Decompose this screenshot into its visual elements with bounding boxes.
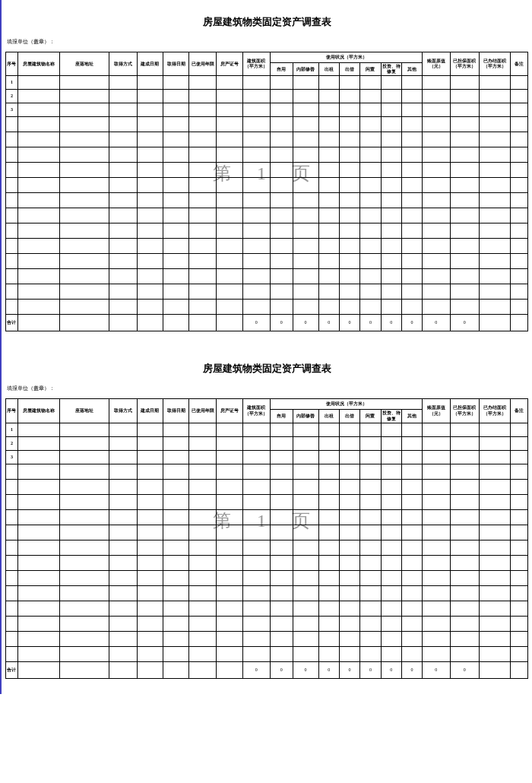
- data-cell: [360, 479, 381, 494]
- data-cell: [242, 90, 270, 103]
- data-cell: [109, 76, 137, 90]
- data-cell: [480, 147, 511, 163]
- data-cell: [137, 423, 163, 436]
- data-cell: [293, 254, 318, 269]
- data-cell: [59, 450, 109, 464]
- table-row: [6, 616, 528, 631]
- data-cell: [450, 76, 480, 90]
- data-cell: [318, 223, 339, 239]
- data-cell: [339, 450, 359, 464]
- data-cell: [381, 208, 401, 223]
- data-cell: [293, 147, 318, 163]
- data-cell: [242, 436, 270, 450]
- data-cell: [270, 223, 293, 239]
- data-cell: [6, 631, 18, 646]
- data-cell: [189, 494, 217, 509]
- data-cell: [217, 178, 242, 193]
- data-cell: [242, 646, 270, 661]
- data-cell: [480, 269, 511, 284]
- data-cell: [423, 450, 450, 464]
- data-cell: [360, 436, 381, 450]
- data-cell: [511, 284, 528, 300]
- data-cell: [339, 76, 359, 90]
- data-cell: [59, 254, 109, 269]
- data-cell: [109, 525, 137, 540]
- data-cell: [242, 494, 270, 509]
- data-cell: [217, 555, 242, 570]
- data-cell: [242, 423, 270, 436]
- data-cell: [450, 147, 480, 163]
- data-cell: [381, 254, 401, 269]
- data-cell: [293, 555, 318, 570]
- data-cell: [59, 555, 109, 570]
- data-cell: [270, 585, 293, 601]
- data-cell: [511, 646, 528, 661]
- data-cell: [480, 540, 511, 555]
- data-cell: [109, 631, 137, 646]
- data-cell: [189, 661, 217, 678]
- data-cell: [511, 117, 528, 132]
- table-body: 123合计0000000000: [6, 423, 528, 678]
- data-cell: [59, 464, 109, 479]
- data-cell: [381, 601, 401, 616]
- data-cell: [381, 300, 401, 315]
- data-cell: [6, 147, 18, 163]
- data-cell: [318, 525, 339, 540]
- data-cell: [17, 147, 59, 163]
- data-cell: [293, 450, 318, 464]
- data-cell: [109, 163, 137, 178]
- th-actual: 已办结面积（平方米）: [480, 52, 511, 76]
- data-cell: [423, 494, 450, 509]
- total-cell: 0: [242, 315, 270, 331]
- data-cell: [381, 163, 401, 178]
- data-cell: [17, 315, 59, 331]
- data-cell: [109, 494, 137, 509]
- data-cell: [360, 193, 381, 208]
- data-cell: [17, 525, 59, 540]
- data-cell: [6, 193, 18, 208]
- data-cell: [450, 423, 480, 436]
- table-row: [6, 570, 528, 585]
- data-cell: [450, 300, 480, 315]
- data-cell: [293, 76, 318, 90]
- table-row: [6, 193, 528, 208]
- table-row: [6, 479, 528, 494]
- data-cell: [270, 239, 293, 254]
- data-cell: [242, 585, 270, 601]
- data-cell: [270, 163, 293, 178]
- data-cell: [360, 284, 381, 300]
- data-cell: [109, 208, 137, 223]
- data-cell: [17, 450, 59, 464]
- data-cell: [17, 300, 59, 315]
- data-cell: [423, 464, 450, 479]
- data-cell: [423, 147, 450, 163]
- data-cell: [163, 494, 188, 509]
- data-cell: [381, 223, 401, 239]
- data-cell: [318, 464, 339, 479]
- data-cell: [189, 147, 217, 163]
- data-cell: [189, 555, 217, 570]
- data-cell: [360, 103, 381, 117]
- data-cell: [360, 464, 381, 479]
- data-cell: [401, 436, 422, 450]
- data-cell: [511, 509, 528, 525]
- data-cell: [189, 132, 217, 147]
- data-cell: [339, 269, 359, 284]
- data-cell: [109, 540, 137, 555]
- data-cell: [163, 76, 188, 90]
- data-cell: [6, 178, 18, 193]
- data-cell: [242, 269, 270, 284]
- data-cell: [318, 254, 339, 269]
- data-cell: [293, 464, 318, 479]
- data-cell: [293, 300, 318, 315]
- data-cell: [511, 239, 528, 254]
- data-cell: [270, 479, 293, 494]
- data-cell: [109, 254, 137, 269]
- th-rent: 内部修善: [293, 410, 318, 423]
- data-cell: [318, 208, 339, 223]
- total-cell: 0: [360, 661, 381, 678]
- th-inv: 投资、待修复: [381, 410, 401, 423]
- data-cell: [137, 436, 163, 450]
- data-cell: [318, 90, 339, 103]
- th-other: 其他: [401, 410, 422, 423]
